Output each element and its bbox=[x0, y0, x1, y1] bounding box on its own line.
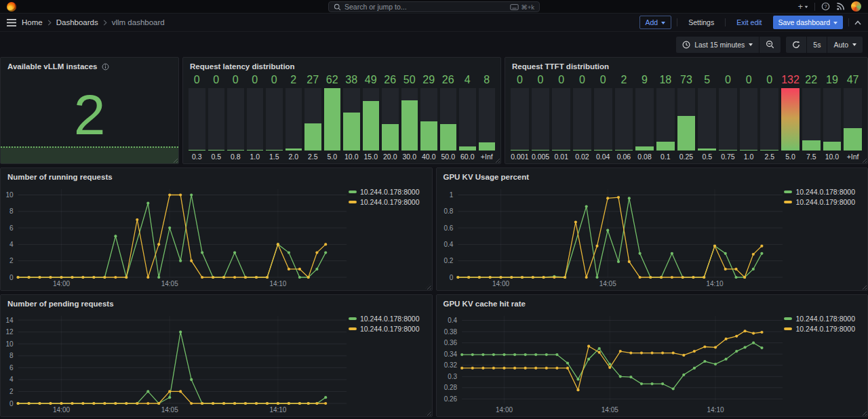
zoom-out-button[interactable] bbox=[760, 37, 781, 53]
panel-header[interactable]: Request TTFT distribution bbox=[505, 58, 867, 73]
info-icon[interactable] bbox=[102, 63, 109, 71]
search-input[interactable] bbox=[344, 3, 507, 11]
bar-value: 0 bbox=[208, 74, 225, 88]
breadcrumb-home[interactable]: Home bbox=[22, 18, 43, 26]
legend-item[interactable]: 10.244.0.179:8000 bbox=[349, 198, 420, 206]
bar-fill bbox=[532, 150, 550, 151]
bar-bucket-label: 0.3 bbox=[189, 151, 205, 161]
legend-item[interactable]: 10.244.0.179:8000 bbox=[784, 198, 855, 206]
bar-gauge[interactable]: 0 0.001 0 0.005 0 0.01 0 0.02 0 bbox=[505, 73, 867, 163]
user-avatar[interactable] bbox=[851, 1, 861, 12]
bar-bucket-label: 0.1 bbox=[656, 151, 675, 161]
bar-value: 132 bbox=[781, 74, 800, 88]
bar: 38 10.0 bbox=[343, 74, 360, 161]
breadcrumb-dashboards[interactable]: Dashboards bbox=[56, 18, 98, 26]
bar-bucket-label: +Inf bbox=[479, 151, 496, 161]
news-rss-icon[interactable] bbox=[836, 2, 845, 11]
bar-fill bbox=[719, 150, 737, 151]
chevron-down-icon bbox=[749, 43, 753, 48]
save-dashboard-button[interactable]: Save dashboard bbox=[773, 16, 843, 29]
legend-series-name: 10.244.0.178:8000 bbox=[795, 315, 855, 323]
time-range-picker[interactable]: Last 15 minutes bbox=[676, 37, 759, 53]
bar-track bbox=[823, 88, 842, 151]
bar-track bbox=[698, 88, 716, 151]
bar-bucket-label: 1.0 bbox=[247, 151, 264, 161]
bar-bucket-label: 0.5 bbox=[698, 151, 716, 161]
grafana-logo[interactable] bbox=[7, 2, 16, 12]
legend-series-name: 10.244.0.179:8000 bbox=[795, 198, 855, 206]
panel-gpu-kv-usage: GPU KV Usage percent 00.20.40.60.8114:00… bbox=[436, 167, 868, 291]
bar-bucket-label: 2.5 bbox=[760, 151, 778, 161]
legend-item[interactable]: 10.244.0.179:8000 bbox=[784, 325, 855, 333]
legend-swatch bbox=[349, 327, 357, 330]
bar-track bbox=[573, 88, 591, 151]
legend-item[interactable]: 10.244.0.179:8000 bbox=[349, 325, 420, 333]
bar-bucket-label: 60.0 bbox=[459, 151, 476, 161]
bar-bucket-label: 0.8 bbox=[227, 151, 244, 161]
svg-text:0.26: 0.26 bbox=[443, 395, 457, 403]
bar-gauge[interactable]: 0 0.3 0 0.5 0 0.8 0 1.0 0 bbox=[183, 73, 500, 163]
bar-value: 4 bbox=[459, 74, 476, 88]
bar-value: 9 bbox=[635, 74, 654, 88]
bar-fill bbox=[285, 148, 302, 151]
panel-header[interactable]: Number of pending requests bbox=[1, 295, 432, 310]
panel-header[interactable]: Number of running requests bbox=[1, 168, 432, 183]
refresh-interval-label[interactable]: 5s bbox=[807, 37, 827, 53]
time-series-chart[interactable]: 0246810121414:0014:0514:1010.244.0.178:8… bbox=[3, 310, 429, 415]
legend-item[interactable]: 10.244.0.178:8000 bbox=[784, 315, 855, 323]
refresh-button[interactable] bbox=[786, 37, 806, 53]
svg-text:0: 0 bbox=[9, 274, 14, 281]
bar-track bbox=[740, 88, 758, 151]
add-button[interactable]: Add bbox=[639, 16, 672, 29]
bar-value: 8 bbox=[479, 74, 496, 88]
time-series-chart[interactable]: 0.260.280.30.320.340.360.380.414:0014:05… bbox=[439, 310, 865, 415]
legend-item[interactable]: 10.244.0.178:8000 bbox=[349, 315, 420, 323]
svg-text:14:10: 14:10 bbox=[269, 406, 286, 414]
svg-text:6: 6 bbox=[9, 364, 14, 372]
bar-value: 29 bbox=[420, 74, 437, 88]
chevron-right-icon bbox=[103, 20, 107, 26]
bar-bucket-label: 2.5 bbox=[304, 151, 321, 161]
bar-value: 0 bbox=[227, 74, 244, 88]
menu-hamburger-icon[interactable] bbox=[7, 19, 16, 26]
time-series-chart[interactable]: 00.20.40.60.8114:0014:0514:1010.244.0.17… bbox=[439, 183, 865, 289]
legend-item[interactable]: 10.244.0.178:8000 bbox=[349, 188, 420, 196]
exit-edit-button[interactable]: Exit edit bbox=[731, 16, 767, 29]
bar-fill bbox=[802, 140, 821, 151]
legend-item[interactable]: 10.244.0.178:8000 bbox=[784, 188, 855, 196]
bar: 0 0.3 bbox=[189, 74, 205, 161]
bar: 5 0.5 bbox=[698, 74, 716, 161]
collapse-chevron-up-icon[interactable] bbox=[854, 20, 861, 25]
add-menu-button[interactable]: + bbox=[797, 1, 808, 12]
help-icon[interactable]: ? bbox=[821, 2, 830, 11]
svg-text:0.28: 0.28 bbox=[443, 384, 457, 391]
bar: 9 0.08 bbox=[635, 74, 654, 161]
bar: 19 10.0 bbox=[823, 74, 842, 161]
search-bar[interactable]: ⌘+k bbox=[328, 1, 540, 12]
bar: 2 2.0 bbox=[285, 74, 302, 161]
divider bbox=[725, 18, 726, 26]
time-series-chart[interactable]: 024681014:0014:0514:1010.244.0.178:80001… bbox=[3, 183, 429, 289]
svg-text:0.3: 0.3 bbox=[448, 373, 457, 380]
bar: 0 0.5 bbox=[208, 74, 225, 161]
panel-header[interactable]: GPU KV cache hit rate bbox=[437, 295, 868, 310]
bar-track bbox=[401, 88, 418, 151]
chevron-right-icon bbox=[47, 20, 52, 26]
panel-header[interactable]: GPU KV Usage percent bbox=[437, 168, 868, 183]
bar-fill bbox=[677, 116, 696, 151]
panel-header[interactable]: Request latency distribution bbox=[183, 58, 500, 73]
bar-bucket-label: 0.04 bbox=[594, 151, 612, 161]
svg-text:4: 4 bbox=[9, 241, 14, 248]
bar-track bbox=[532, 88, 550, 151]
bar: 2 0.06 bbox=[615, 74, 633, 161]
bar-fill bbox=[382, 124, 399, 151]
bar-track bbox=[285, 88, 302, 151]
auto-refresh-dropdown[interactable]: Auto bbox=[827, 37, 863, 53]
settings-button[interactable]: Settings bbox=[683, 16, 719, 29]
panel-header[interactable]: Available vLLM instaces bbox=[1, 58, 178, 73]
bar: 0 0.02 bbox=[573, 74, 591, 161]
bar-fill bbox=[324, 88, 341, 151]
bar: 0 0.001 bbox=[511, 74, 529, 161]
bar-value: 49 bbox=[363, 74, 380, 88]
bar-bucket-label: 40.0 bbox=[420, 151, 437, 161]
